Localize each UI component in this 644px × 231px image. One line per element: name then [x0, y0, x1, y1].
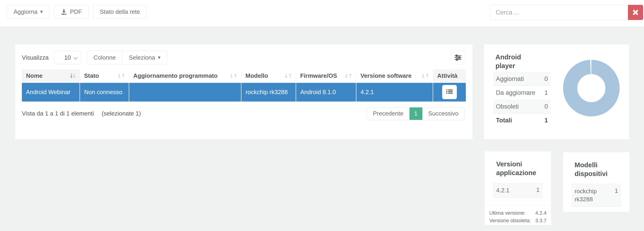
activity-button[interactable]: [442, 85, 457, 99]
obsolete-version-value: 3.3.7: [535, 217, 546, 224]
visualizza-label: Visualizza: [22, 54, 49, 61]
column-label: Firmware/OS: [300, 72, 337, 79]
download-icon: [61, 9, 67, 15]
obsolete-version-line: Versione obsoleta: 3.3.7: [489, 217, 546, 224]
android-player-card: Android player Aggiornati 0 Da aggiornar…: [484, 44, 629, 139]
table-row[interactable]: Android Webinar Non connesso rockchip rk…: [22, 83, 466, 101]
stat-row-aggiornati: Aggiornati 0: [493, 72, 551, 86]
list-icon: [446, 89, 453, 95]
stat-label: Da aggiornare: [496, 89, 535, 96]
cell-aggiornamento[interactable]: [129, 83, 241, 101]
column-label: Nome: [26, 72, 42, 79]
seleziona-label: Seleziona: [129, 54, 155, 61]
latest-version-line: Ultima versione: 4.2.4: [489, 209, 546, 217]
stat-value: 0: [544, 103, 548, 110]
card-title: Android player: [496, 53, 539, 70]
filter-button[interactable]: [450, 51, 466, 64]
card-title: Versioni applicazione: [496, 160, 546, 177]
column-header-aggiornamento[interactable]: Aggiornamento programmato ↓↑: [129, 69, 241, 83]
colonne-label: Colonne: [94, 54, 116, 61]
pdf-button[interactable]: PDF: [54, 5, 88, 19]
caret-down-icon: ▾: [158, 55, 160, 60]
sort-icon: ↓↑: [229, 73, 237, 79]
versions-footer: Ultima versione: 4.2.4 Versione obsoleta…: [485, 205, 551, 224]
table-header-row: Nome: [22, 69, 466, 83]
table-info: Vista da 1 a 1 di 1 elementi: [22, 110, 94, 117]
column-label: Modello: [246, 72, 268, 79]
cell-firmware[interactable]: Android 8.1.0: [296, 83, 356, 101]
page-length-select[interactable]: 10: [54, 51, 82, 64]
version-count: 1: [536, 186, 540, 193]
cell-nome[interactable]: Android Webinar: [22, 83, 80, 101]
aggiorna-label: Aggiorna: [14, 8, 38, 16]
toolbar-buttons: Aggiorna ▾ PDF Stato della rete: [7, 5, 147, 19]
column-label: Aggiornamento programmato: [133, 72, 218, 79]
caret-down-icon: ▾: [40, 9, 43, 14]
network-status-button[interactable]: Stato della rete: [93, 5, 147, 19]
donut-chart: [563, 60, 620, 117]
app-versions-card: Versioni applicazione 4.2.1 1 Ultima ver…: [485, 151, 551, 225]
sort-icon: ↓↑: [117, 73, 124, 79]
aggiorna-button[interactable]: Aggiorna ▾: [7, 5, 50, 19]
column-header-attivita: Attività: [433, 69, 466, 83]
sliders-icon: [454, 54, 462, 61]
stat-value: 1: [544, 89, 548, 96]
search-bar: [490, 5, 643, 20]
cell-stato[interactable]: Non connesso: [80, 83, 129, 101]
column-header-firmware[interactable]: Firmware/OS ↓↑: [296, 69, 356, 83]
clear-search-button[interactable]: [628, 5, 643, 20]
pagination: Precedente 1 Successivo: [367, 107, 465, 120]
cell-versione[interactable]: 4.2.1: [356, 83, 433, 101]
network-status-label: Stato della rete: [100, 8, 140, 16]
column-label: Stato: [84, 72, 99, 79]
cell-attivita: [433, 83, 466, 101]
sort-amount-icon: [70, 73, 76, 79]
column-header-stato[interactable]: Stato ↓↑: [80, 69, 129, 83]
stat-row-da-aggiornare: Da aggiornare 1: [493, 86, 551, 100]
list-item: 4.2.1 1: [493, 183, 543, 198]
chevron-down-icon: [74, 56, 78, 60]
close-icon: [632, 10, 638, 16]
selected-info: (selezionate 1): [102, 110, 141, 117]
stat-label: Obsoleti: [496, 103, 519, 110]
cell-modello[interactable]: rockchip rk3288: [241, 83, 296, 101]
sort-icon: ↓↑: [421, 73, 428, 79]
latest-version-value: 4.2.4: [535, 209, 546, 217]
model-rows: rockchip rk3288 1: [571, 184, 621, 207]
column-label: Versione software: [360, 72, 412, 79]
seleziona-button[interactable]: Seleziona ▾: [122, 51, 167, 64]
column-header-nome[interactable]: Nome: [22, 69, 80, 83]
latest-version-label: Ultima versione:: [489, 209, 526, 217]
current-page[interactable]: 1: [410, 107, 422, 120]
card-title: Modelli dispositivi: [574, 161, 624, 178]
column-header-modello[interactable]: Modello ↓↑: [241, 69, 296, 83]
stat-value: 1: [544, 117, 548, 124]
next-button[interactable]: Successivo: [422, 107, 465, 120]
sort-icon: ↓↑: [284, 73, 292, 79]
colonne-button[interactable]: Colonne: [87, 51, 122, 64]
version-rows: 4.2.1 1: [493, 183, 543, 198]
device-management-page: Aggiorna ▾ PDF Stato della rete: [0, 0, 644, 231]
obsolete-version-label: Versione obsoleta:: [489, 217, 531, 224]
stat-label: Aggiornati: [496, 76, 524, 83]
stat-value: 0: [544, 76, 548, 83]
table-controls: Visualizza 10 Colonne Seleziona ▾: [22, 51, 466, 64]
model-count: 1: [615, 187, 618, 194]
page-length-value: 10: [64, 54, 71, 61]
stat-label: Totali: [496, 117, 512, 124]
version-label: 4.2.1: [496, 186, 510, 194]
stat-row-totali: Totali 1: [493, 114, 551, 127]
column-label: Attività: [437, 72, 458, 79]
player-stats: Aggiornati 0 Da aggiornare 1 Obsoleti 0 …: [493, 72, 551, 127]
model-label: rockchip rk3288: [574, 187, 612, 203]
list-item: rockchip rk3288 1: [571, 184, 621, 207]
devices-table-card: Visualizza 10 Colonne Seleziona ▾: [15, 44, 472, 139]
pdf-label: PDF: [70, 8, 82, 16]
search-input[interactable]: [490, 5, 628, 20]
stat-row-obsoleti: Obsoleti 0: [493, 100, 551, 114]
columns-button-group: Colonne Seleziona ▾: [87, 51, 167, 64]
table-footer: Vista da 1 a 1 di 1 elementi (selezionat…: [22, 107, 465, 120]
previous-button[interactable]: Precedente: [367, 107, 410, 120]
column-header-versione[interactable]: Versione software ↓↑: [356, 69, 433, 83]
sort-icon: ↓↑: [344, 73, 352, 79]
